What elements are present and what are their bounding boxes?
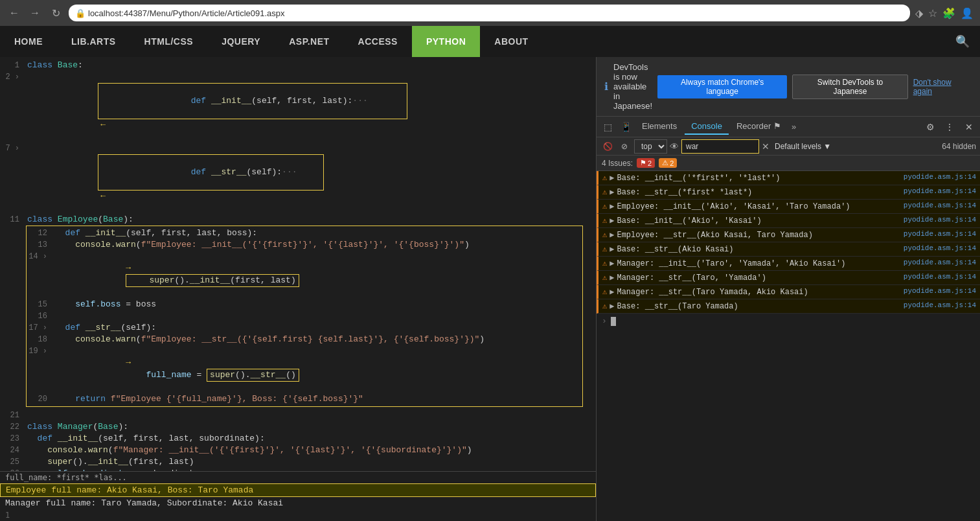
log-entry-7[interactable]: ⚠ ▶Manager: __init__('Taro', 'Yamada', '… [597, 257, 980, 271]
code-panel: 1 class Base: 2 › def __init__(self, fir… [0, 57, 596, 521]
browser-actions: ⬗ ☆ 🧩 👤 [915, 7, 974, 19]
log-entry-1[interactable]: ⚠ ▶Base: __init__('*first*', '*last*') p… [597, 171, 980, 185]
context-dropdown[interactable]: top [634, 139, 667, 154]
puzzle-icon[interactable]: 🧩 [942, 7, 955, 19]
switch-devtools-button[interactable]: Switch DevTools to Japanese [792, 75, 907, 99]
settings-icon[interactable]: ⚙ [922, 119, 939, 135]
log-text-8: ▶Manager: __str__(Taro, 'Yamada') [610, 273, 904, 283]
code-line-15: 15 self.boss = boss [28, 299, 581, 310]
more-tabs-button[interactable]: » [789, 122, 799, 132]
filter-icon: ⊘ [617, 139, 632, 154]
code-line-2: 2 › def __init__(self, first, last):··· … [0, 71, 596, 143]
log-entry-5[interactable]: → ⚠ ▶Employee: __str__(Akio Kasai, Taro … [597, 228, 980, 242]
nav-item-libarts[interactable]: LIB.ARTS [57, 26, 130, 57]
output-line-num: 1 [0, 509, 596, 521]
info-icon: ℹ [604, 80, 608, 93]
browser-chrome: ← → ↻ 🔒 localhost:44387/Menu/Python/Arti… [0, 0, 980, 26]
warn-icon-8: ⚠ [602, 273, 607, 283]
log-source-2[interactable]: pyodide.asm.js:14 [904, 187, 976, 195]
log-text-10: ▶Base: __str__(Taro Yamada) [610, 301, 904, 311]
nav-item-home[interactable]: HOME [0, 26, 57, 57]
prompt-chevron: › [602, 316, 607, 326]
code-line-12: 12 def __init__(self, first, last, boss)… [28, 227, 581, 239]
output-scroll-indicator: full_name: *first* *las... [0, 472, 596, 483]
refresh-button[interactable]: ↻ [48, 5, 63, 21]
tab-console[interactable]: Console [685, 119, 729, 135]
log-source-7[interactable]: pyodide.asm.js:14 [904, 259, 976, 266]
navbar: HOME LIB.ARTS HTML/CSS JQUERY ASP.NET AC… [0, 26, 980, 57]
main-layout: 1 class Base: 2 › def __init__(self, fir… [0, 57, 980, 521]
console-prompt[interactable]: › [597, 314, 980, 329]
always-match-button[interactable]: Always match Chrome's language [657, 75, 787, 98]
nav-item-htmlcss[interactable]: HTML/CSS [130, 26, 208, 57]
code-area: 1 class Base: 2 › def __init__(self, fir… [0, 57, 596, 482]
warn-icon-1: ⚠ [602, 173, 607, 183]
output-line-employee: Employee full name: Akio Kasai, Boss: Ta… [0, 483, 596, 497]
tab-elements[interactable]: Elements [635, 119, 683, 135]
log-source-3[interactable]: pyodide.asm.js:14 [904, 202, 976, 209]
warn-icon: ⚠ [662, 159, 668, 167]
log-entry-4[interactable]: ⚠ ▶Base: __init__('Akio', 'Kasai') pyodi… [597, 214, 980, 228]
code-line-1: 1 class Base: [0, 60, 596, 71]
devtools-panel: ℹ DevTools is now available in Japanese!… [596, 57, 980, 521]
console-entries[interactable]: ⚠ ▶Base: __init__('*first*', '*last*') p… [597, 171, 980, 521]
nav-item-python[interactable]: PYTHON [412, 26, 480, 57]
console-toolbar: 🚫 ⊘ top 👁 ✕ Default levels ▼ 64 hidden [597, 137, 980, 156]
log-entry-3[interactable]: ⚠ ▶Employee: __init__('Akio', 'Kasai', '… [597, 200, 980, 214]
warn-icon-7: ⚠ [602, 259, 607, 268]
console-filter-input[interactable] [681, 139, 759, 154]
prompt-cursor [611, 317, 616, 326]
log-source-10[interactable]: pyodide.asm.js:14 [904, 301, 976, 309]
tab-recorder[interactable]: Recorder ⚑ [730, 119, 788, 135]
code-line-24: 24 console.warn(f"Manager: __init__('{'{… [0, 445, 596, 456]
clear-console-button[interactable]: 🚫 [600, 139, 615, 154]
log-entry-8[interactable]: ⚠ ▶Manager: __str__(Taro, 'Yamada') pyod… [597, 271, 980, 285]
devtools-right-actions: ⚙ ⋮ ✕ [922, 119, 977, 135]
clear-filter-button[interactable]: ✕ [762, 141, 769, 152]
nav-item-access[interactable]: ACCESS [344, 26, 412, 57]
log-entry-10[interactable]: ⚠ ▶Base: __str__(Taro Yamada) pyodide.as… [597, 299, 980, 314]
devtools-notification: ℹ DevTools is now available in Japanese!… [597, 57, 980, 117]
log-entry-9[interactable]: ⚠ ▶Manager: __str__(Taro Yamada, Akio Ka… [597, 285, 980, 299]
log-source-1[interactable]: pyodide.asm.js:14 [904, 173, 976, 181]
log-entry-2[interactable]: ⚠ ▶Base: __str__(*first* *last*) pyodide… [597, 185, 980, 200]
back-button[interactable]: ← [6, 5, 22, 21]
log-text-6: ▶Base: __str__(Akio Kasai) [610, 244, 904, 254]
log-text-7: ▶Manager: __init__('Taro', 'Yamada', 'Ak… [610, 259, 904, 268]
nav-item-aspnet[interactable]: ASP.NET [275, 26, 343, 57]
devtools-toolbar: ⬚ 📱 Elements Console Recorder ⚑ » ⚙ ⋮ ✕ [597, 117, 980, 137]
inspect-element-button[interactable]: ⬚ [599, 119, 616, 135]
line-group-2-7: 2 › def __init__(self, first, last):··· … [0, 71, 596, 214]
log-entry-6[interactable]: ⚠ ▶Base: __str__(Akio Kasai) pyodide.asm… [597, 242, 980, 257]
warn-icon-10: ⚠ [602, 301, 607, 311]
log-text-9: ▶Manager: __str__(Taro Yamada, Akio Kasa… [610, 287, 904, 297]
log-source-9[interactable]: pyodide.asm.js:14 [904, 287, 976, 295]
close-devtools-button[interactable]: ✕ [961, 119, 977, 135]
warn-icon-6: ⚠ [602, 244, 607, 254]
log-source-5[interactable]: pyodide.asm.js:14 [904, 230, 976, 238]
log-source-8[interactable]: pyodide.asm.js:14 [904, 273, 976, 281]
extensions-icon[interactable]: ⬗ [915, 7, 923, 19]
output-area: full_name: *first* *las... Employee full… [0, 471, 596, 521]
live-expressions-button[interactable]: 👁 [670, 141, 679, 152]
code-scroll[interactable]: 1 class Base: 2 › def __init__(self, fir… [0, 60, 596, 480]
forward-button[interactable]: → [27, 5, 43, 21]
code-line-16: 16 [28, 310, 581, 322]
more-options-icon[interactable]: ⋮ [941, 119, 958, 135]
default-levels-dropdown[interactable]: Default levels ▼ [772, 142, 834, 151]
log-text-5: ▶Employee: __str__(Akio Kasai, Taro Yama… [610, 230, 904, 240]
code-line-21: 21 [0, 410, 596, 421]
device-toolbar-button[interactable]: 📱 [617, 119, 634, 135]
code-line-22: 22 class Manager(Base): [0, 421, 596, 433]
nav-item-jquery[interactable]: JQUERY [207, 26, 275, 57]
log-text-3: ▶Employee: __init__('Akio', 'Kasai', 'Ta… [610, 202, 904, 211]
address-bar[interactable]: 🔒 localhost:44387/Menu/Python/Article/Ar… [69, 5, 910, 21]
bookmark-icon[interactable]: ☆ [928, 7, 937, 19]
search-icon[interactable]: 🔍 [955, 34, 980, 49]
dont-show-link[interactable]: Don't show again [913, 78, 972, 96]
log-source-6[interactable]: pyodide.asm.js:14 [904, 244, 976, 252]
user-icon[interactable]: 👤 [961, 7, 974, 19]
log-source-4[interactable]: pyodide.asm.js:14 [904, 216, 976, 224]
code-line-11: 11 class Employee(Base): [0, 214, 596, 226]
nav-item-about[interactable]: ABOUT [480, 26, 542, 57]
